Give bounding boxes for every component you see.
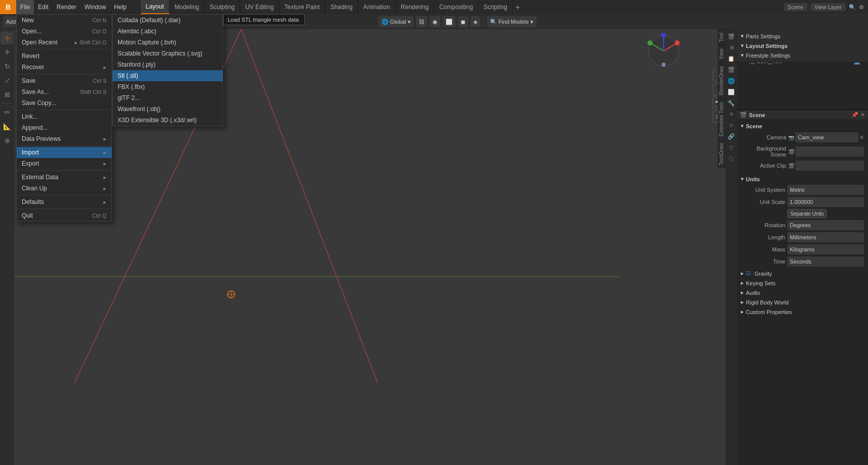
import-svg[interactable]: Scalable Vector Graphics (.svg) <box>113 48 223 59</box>
bg-scene-value[interactable] <box>795 146 864 157</box>
freestyle-settings-row[interactable]: ▾ Freestyle Settings <box>737 50 868 60</box>
output-props-icon[interactable]: 🖥 <box>726 42 736 53</box>
menu-item-save-as[interactable]: Save As... Shift Ctrl S <box>17 86 112 97</box>
props-pin-icon[interactable]: 📌 <box>851 112 858 118</box>
scene-name[interactable]: Scene <box>784 3 807 11</box>
keying-sets-row[interactable]: ▸ Keying Sets <box>737 278 868 288</box>
props-close-icon[interactable]: ✕ <box>860 112 865 118</box>
parts-settings-row[interactable]: ▾ Parts Settings <box>737 31 868 41</box>
menu-item-append[interactable]: Append... <box>17 122 112 133</box>
particles-props-icon[interactable]: ✳ <box>726 109 736 119</box>
data-props-icon[interactable]: ▽ <box>726 142 736 152</box>
menu-item-export[interactable]: Export ▸ <box>17 158 112 169</box>
custom-props-row[interactable]: ▸ Custom Properties <box>737 307 868 317</box>
render-mode-2[interactable]: ◼ <box>458 16 468 27</box>
menu-item-recover[interactable]: Recover ▸ <box>17 62 112 73</box>
import-collada[interactable]: Collada (Default) (.dae) <box>113 15 223 26</box>
active-clip-value[interactable] <box>795 161 864 171</box>
unit-scale-value[interactable]: 1.000000 <box>787 197 864 207</box>
navigation-gizmo[interactable] <box>646 33 681 70</box>
menu-item-save[interactable]: Save Ctrl S <box>17 75 112 86</box>
menu-item-import[interactable]: Import ▸ <box>17 147 112 158</box>
object-props-icon[interactable]: ⬜ <box>726 87 736 97</box>
global-mode-button[interactable]: 🌐 Global ▾ <box>378 16 414 27</box>
menu-file[interactable]: File <box>16 0 34 14</box>
gravity-row[interactable]: ▸ ☑ Gravity <box>737 269 868 278</box>
import-fbx[interactable]: FBX (.fbx) <box>113 81 223 92</box>
rigid-body-row[interactable]: ▸ Rigid Body World <box>737 297 868 307</box>
viewport-shading-button[interactable]: ⛓ <box>416 16 427 27</box>
import-obj[interactable]: Wavefront (.obj) <box>113 104 223 115</box>
gravity-checkbox[interactable]: ☑ <box>746 270 751 277</box>
view-layer-props-icon[interactable]: 📋 <box>726 54 736 64</box>
render-engine[interactable]: View Layer <box>810 3 846 11</box>
tab-layout[interactable]: Layout <box>141 0 170 14</box>
find-models-button[interactable]: 🔍 Find Models ▾ <box>487 16 536 27</box>
search-icon[interactable]: 🔍 <box>849 4 856 11</box>
menu-window[interactable]: Window <box>80 0 110 14</box>
tab-scripting[interactable]: Scripting <box>478 0 513 14</box>
tool-vert-label[interactable]: Tool <box>718 29 726 45</box>
transform-tool[interactable]: ⊠ <box>1 88 14 101</box>
audio-row[interactable]: ▸ Audio <box>737 288 868 297</box>
filter-icon[interactable]: ⚙ <box>859 4 864 11</box>
render-mode-1[interactable]: ⬜ <box>443 16 456 27</box>
camera-value[interactable]: Cam_view <box>795 132 858 142</box>
add-object-tool[interactable]: ⊕ <box>1 134 14 147</box>
tab-compositing[interactable]: Compositing <box>434 0 478 14</box>
menu-item-data-previews[interactable]: Data Previews ▸ <box>17 133 112 144</box>
menu-item-revert[interactable]: Revert <box>17 50 112 62</box>
time-value[interactable]: Seconds <box>787 256 864 267</box>
modifier-props-icon[interactable]: 🔧 <box>726 98 736 108</box>
world-props-icon[interactable]: 🌐 <box>726 76 736 86</box>
menu-item-open-recent[interactable]: Open Recent ▸ Shift Ctrl O <box>17 37 112 48</box>
import-stl[interactable]: Stl (.stl) <box>113 70 223 81</box>
menu-item-external-data[interactable]: External Data ▸ <box>17 172 112 183</box>
overlay-button[interactable]: ◉ <box>429 16 441 27</box>
tab-shading[interactable]: Shading <box>326 0 358 14</box>
menu-item-link[interactable]: Link... <box>17 111 112 122</box>
menu-item-new[interactable]: New Ctrl N <box>17 15 112 26</box>
cursor-tool[interactable]: ⊹ <box>1 31 14 44</box>
scene-props-icon[interactable]: 🎬 <box>726 65 736 75</box>
rotation-value[interactable]: Degrees <box>787 220 864 230</box>
menu-item-save-copy[interactable]: Save Copy... <box>17 97 112 109</box>
tab-texture-paint[interactable]: Texture Paint <box>280 0 326 14</box>
move-tool[interactable]: ✛ <box>1 45 14 59</box>
render-props-icon[interactable]: 🎬 <box>726 31 736 41</box>
rotate-tool[interactable]: ↻ <box>1 60 14 73</box>
constraints-props-icon[interactable]: 🔗 <box>726 131 736 141</box>
layout-settings-row[interactable]: ▾ Layout Settings <box>737 41 868 50</box>
menu-help[interactable]: Help <box>110 0 131 14</box>
menu-edit[interactable]: Edit <box>34 0 52 14</box>
import-stanford[interactable]: Stanford (.ply) <box>113 59 223 70</box>
import-alembic[interactable]: Alembic (.abc) <box>113 26 223 37</box>
mass-value[interactable]: Kilograms <box>787 244 864 254</box>
scale-tool[interactable]: ⤢ <box>1 74 14 87</box>
view-vert-label[interactable]: View <box>718 45 726 63</box>
menu-item-clean-up[interactable]: Clean Up ▸ <box>17 183 112 194</box>
unit-system-value[interactable]: Metric <box>787 185 864 195</box>
blenderdraw-label[interactable]: BlenderDraw <box>718 63 726 98</box>
physics-props-icon[interactable]: ⚛ <box>726 120 736 130</box>
tab-modeling[interactable]: Modeling <box>170 0 205 14</box>
camera-close-icon[interactable]: ✕ <box>859 134 864 141</box>
import-gltf[interactable]: glTF 2... <box>113 92 223 104</box>
measure-tool[interactable]: 📐 <box>1 120 14 133</box>
tab-animation[interactable]: Animation <box>358 0 396 14</box>
units-section-header[interactable]: ▾ Units <box>737 174 868 184</box>
tab-uv-editing[interactable]: UV Editing <box>240 0 280 14</box>
tab-rendering[interactable]: Rendering <box>396 0 434 14</box>
separate-units-button[interactable]: Separate Units <box>787 209 827 218</box>
add-workspace-tab[interactable]: + <box>513 3 523 11</box>
menu-item-defaults[interactable]: Defaults ▸ <box>17 196 112 208</box>
annotate-tool[interactable]: ✏ <box>1 106 14 119</box>
menu-item-open[interactable]: Open... Ctrl O <box>17 26 112 37</box>
render-mode-3[interactable]: ◈ <box>470 16 480 27</box>
material-props-icon[interactable]: ⬡ <box>726 153 736 164</box>
length-value[interactable]: Millimeters <box>787 232 864 242</box>
techdraw-label[interactable]: TechDraw <box>718 139 726 168</box>
import-x3d[interactable]: X3D Extensible 3D (.x3d/.wrl) <box>113 115 223 126</box>
extended-tools-label[interactable]: Extended Tools <box>718 98 726 139</box>
menu-item-quit[interactable]: Quit Ctrl Q <box>17 210 112 221</box>
